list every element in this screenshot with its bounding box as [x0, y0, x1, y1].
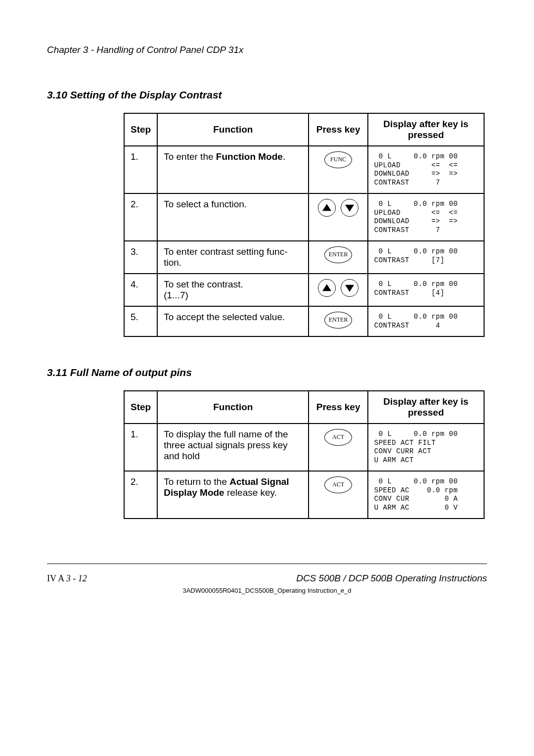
- section-3-10-title: 3.10 Setting of the Display Contrast: [47, 89, 487, 101]
- chapter-header: Chapter 3 - Handling of Control Panel CD…: [47, 45, 487, 55]
- display-cell: 0 L 0.0 rpm 00 SPEED ACT FILT CONV CURR …: [368, 424, 484, 471]
- display-cell: 0 L 0.0 rpm 00 CONTRAST [4]: [368, 274, 484, 306]
- func-text-pre: To enter the: [164, 151, 216, 162]
- table-row: 1. To enter the Function Mode. FUNC 0 L …: [124, 146, 484, 193]
- act-key-icon: ACT: [324, 429, 352, 446]
- step-function: To enter the Function Mode.: [157, 146, 309, 193]
- lcd-display: 0 L 0.0 rpm 00 CONTRAST [7]: [374, 246, 478, 266]
- lcd-display: 0 L 0.0 rpm 00 CONTRAST 4: [374, 312, 478, 331]
- th-step: Step: [124, 391, 157, 424]
- enter-key-icon: ENTER: [324, 246, 352, 263]
- page: Chapter 3 - Handling of Control Panel CD…: [0, 0, 534, 756]
- lcd-display: 0 L 0.0 rpm 00 SPEED ACT FILT CONV CURR …: [374, 429, 478, 466]
- footer-page-number: IV A 3 - 12: [47, 573, 87, 584]
- display-cell: 0 L 0.0 rpm 00 SPEED AC 0.0 rpm CONV CUR…: [368, 471, 484, 519]
- display-cell: 0 L 0.0 rpm 00 CONTRAST 4: [368, 306, 484, 336]
- table-row: 5. To accept the selected value. ENTER 0…: [124, 306, 484, 336]
- lcd-display: 0 L 0.0 rpm 00 UPLOAD <= <= DOWNLOAD => …: [374, 199, 478, 236]
- lcd-display: 0 L 0.0 rpm 00 CONTRAST [4]: [374, 279, 478, 298]
- func-key-icon: FUNC: [324, 151, 352, 168]
- footer-doc-id: 3ADW000055R0401_DCS500B_Operating Instru…: [47, 587, 487, 594]
- step-number: 3.: [124, 241, 157, 274]
- press-key-cell: FUNC: [309, 146, 367, 193]
- step-number: 5.: [124, 306, 157, 336]
- table-header-row: Step Function Press key Display after ke…: [124, 391, 484, 424]
- display-cell: 0 L 0.0 rpm 00 CONTRAST [7]: [368, 241, 484, 274]
- step-number: 1.: [124, 424, 157, 471]
- arrow-up-key-icon: [318, 279, 336, 297]
- step-function: To enter contrast setting func- tion.: [157, 241, 309, 274]
- func-text-post: release key.: [224, 487, 277, 498]
- th-function: Function: [157, 391, 309, 424]
- th-display: Display after key is pressed: [368, 113, 484, 146]
- th-display: Display after key is pressed: [368, 391, 484, 424]
- table-row: 4. To set the contrast. (1...7) 0 L 0.0 …: [124, 274, 484, 306]
- step-number: 4.: [124, 274, 157, 306]
- step-function: To select a function.: [157, 193, 309, 241]
- press-key-cell: ENTER: [309, 306, 367, 336]
- act-key-icon: ACT: [324, 476, 352, 493]
- step-number: 2.: [124, 193, 157, 241]
- arrow-down-key-icon: [341, 199, 358, 217]
- press-key-cell: ACT: [309, 471, 367, 519]
- press-key-cell: [309, 193, 367, 241]
- th-press-key: Press key: [309, 391, 367, 424]
- step-function: To display the full name of the three ac…: [157, 424, 309, 471]
- press-key-cell: ACT: [309, 424, 367, 471]
- press-key-cell: [309, 274, 367, 306]
- footer: IV A 3 - 12 DCS 500B / DCP 500B Operatin…: [47, 564, 487, 594]
- th-step: Step: [124, 113, 157, 146]
- footer-doc-title: DCS 500B / DCP 500B Operating Instructio…: [296, 573, 487, 584]
- step-function: To set the contrast. (1...7): [157, 274, 309, 306]
- lcd-display: 0 L 0.0 rpm 00 SPEED AC 0.0 rpm CONV CUR…: [374, 476, 478, 513]
- func-text-pre: To return to the: [164, 476, 229, 487]
- th-press-key: Press key: [309, 113, 367, 146]
- table-row: 2. To return to the Actual Signal Displa…: [124, 471, 484, 519]
- table-row: 2. To select a function. 0 L 0.0 rpm 00 …: [124, 193, 484, 241]
- press-key-cell: ENTER: [309, 241, 367, 274]
- enter-key-icon: ENTER: [324, 312, 352, 329]
- step-number: 2.: [124, 471, 157, 519]
- step-function: To return to the Actual Signal Display M…: [157, 471, 309, 519]
- func-text-post: .: [283, 151, 285, 162]
- display-cell: 0 L 0.0 rpm 00 UPLOAD <= <= DOWNLOAD => …: [368, 193, 484, 241]
- section-3-11-title: 3.11 Full Name of output pins: [47, 367, 487, 378]
- footer-row: IV A 3 - 12 DCS 500B / DCP 500B Operatin…: [47, 573, 487, 584]
- table-3-10: Step Function Press key Display after ke…: [124, 113, 485, 337]
- table-3-11: Step Function Press key Display after ke…: [124, 390, 485, 519]
- table-row: 3. To enter contrast setting func- tion.…: [124, 241, 484, 274]
- step-number: 1.: [124, 146, 157, 193]
- arrow-down-key-icon: [341, 279, 358, 297]
- func-text-bold: Function Mode: [216, 151, 283, 162]
- lcd-display: 0 L 0.0 rpm 00 UPLOAD <= <= DOWNLOAD => …: [374, 151, 478, 188]
- footer-pagepart: 3 - 12: [66, 573, 87, 583]
- table-header-row: Step Function Press key Display after ke…: [124, 113, 484, 146]
- step-function: To accept the selected value.: [157, 306, 309, 336]
- table-row: 1. To display the full name of the three…: [124, 424, 484, 471]
- display-cell: 0 L 0.0 rpm 00 UPLOAD <= <= DOWNLOAD => …: [368, 146, 484, 193]
- footer-prefix: IV A: [47, 573, 66, 583]
- th-function: Function: [157, 113, 309, 146]
- arrow-up-key-icon: [318, 199, 336, 217]
